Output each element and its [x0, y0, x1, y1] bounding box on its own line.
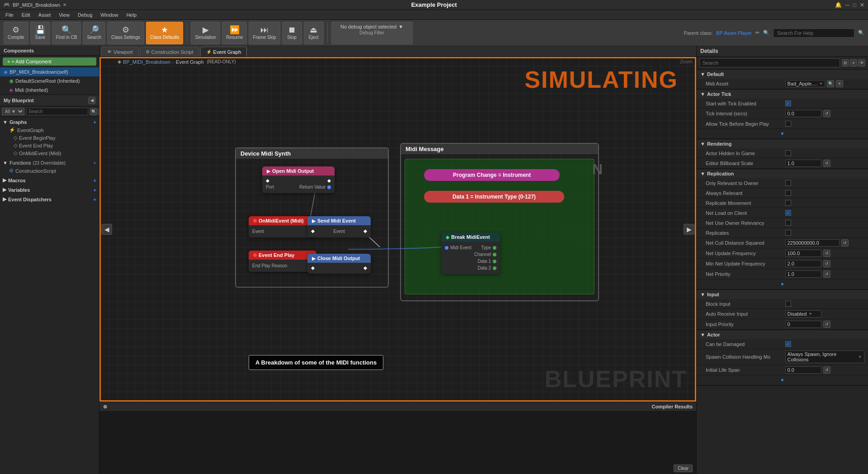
- menu-debug[interactable]: Debug: [74, 11, 96, 19]
- block-input-checkbox[interactable]: [785, 301, 791, 307]
- input-priority-reset[interactable]: ↺: [823, 321, 830, 328]
- only-relevant-checkbox[interactable]: [785, 180, 791, 186]
- actor-tick-expand-row[interactable]: ▼: [697, 129, 868, 139]
- net-update-freq-input[interactable]: [785, 250, 821, 257]
- menu-edit[interactable]: Edit: [18, 11, 34, 19]
- compiler-clear-button[interactable]: Clear: [674, 465, 693, 472]
- nav-right-arrow[interactable]: ▶: [684, 224, 694, 235]
- replication-expand-row[interactable]: ▼: [697, 280, 868, 289]
- net-priority-input[interactable]: [785, 270, 821, 278]
- initial-life-span-reset[interactable]: ↺: [823, 366, 830, 374]
- nav-left-arrow[interactable]: ◀: [101, 224, 112, 235]
- min-net-update-input[interactable]: [785, 260, 821, 267]
- on-midi-event-item[interactable]: ◇ OnMidiEvent (Midi): [0, 149, 99, 157]
- find-in-cb-button[interactable]: 🔍 Find in CB: [52, 22, 81, 44]
- allow-tick-checkbox[interactable]: [785, 121, 791, 127]
- variables-add-icon[interactable]: +: [94, 187, 96, 193]
- graphs-add-icon[interactable]: +: [94, 119, 96, 125]
- graph-area[interactable]: ◀ ▶ ◈ BP_MIDI_Breakdown › Event Graph (R…: [99, 57, 696, 402]
- net-cull-reset[interactable]: ↺: [841, 239, 849, 246]
- billboard-scale-reset[interactable]: ↺: [823, 160, 830, 167]
- details-eye-btn[interactable]: 👁: [858, 59, 865, 66]
- close-icon[interactable]: ✕: [860, 2, 864, 8]
- actor-expand-row[interactable]: ▼: [697, 375, 868, 385]
- spawn-collision-dropdown[interactable]: Always Spawn, Ignore Collisions ▼: [785, 351, 865, 363]
- initial-life-span-input[interactable]: [785, 366, 821, 374]
- bp-filter-select[interactable]: All ▼: [2, 108, 24, 115]
- save-button[interactable]: 💾 Save: [30, 22, 50, 44]
- macros-add-icon[interactable]: +: [94, 178, 96, 183]
- details-search-input[interactable]: [699, 58, 840, 67]
- macros-header[interactable]: ▶ Macros +: [0, 176, 99, 184]
- net-update-freq-reset[interactable]: ↺: [823, 250, 830, 257]
- tab-event-graph[interactable]: ⚡ Event Graph: [200, 47, 247, 57]
- rendering-header[interactable]: ▼ Rendering: [697, 139, 868, 148]
- always-relevant-checkbox[interactable]: [785, 190, 791, 196]
- title-close-icon[interactable]: ✕: [63, 2, 66, 7]
- debug-object-selector[interactable]: No debug object selected ▼: [340, 24, 403, 29]
- menu-asset[interactable]: Asset: [35, 11, 55, 19]
- parent-class-edit-icon[interactable]: ✏: [755, 30, 760, 36]
- net-priority-reset[interactable]: ↺: [823, 270, 830, 278]
- bp-search-btn[interactable]: 🔍: [90, 108, 97, 115]
- compile-button[interactable]: ⚙ Compile: [4, 22, 28, 44]
- node-event-end-play[interactable]: Event End Play End Play Reason: [249, 251, 316, 272]
- event-begin-play-item[interactable]: ◇ Event BeginPlay: [0, 134, 99, 142]
- menu-view[interactable]: View: [55, 11, 73, 19]
- stop-button[interactable]: ⏹ Stop: [282, 22, 302, 44]
- net-cull-input[interactable]: [785, 239, 840, 246]
- parent-class-search-icon[interactable]: 🔍: [763, 30, 769, 36]
- event-dispatchers-header[interactable]: ▶ Event Dispatchers +: [0, 195, 99, 203]
- net-load-checkbox[interactable]: [785, 210, 791, 216]
- bp-search-input[interactable]: [26, 108, 88, 115]
- bp-eye-btn[interactable]: 👁: [98, 108, 99, 115]
- net-use-owner-checkbox[interactable]: [785, 220, 791, 226]
- default-section-header[interactable]: ▼ Default: [697, 70, 868, 79]
- functions-add-icon[interactable]: +: [94, 160, 96, 166]
- menu-file[interactable]: File: [2, 11, 17, 19]
- debug-filter-button[interactable]: No debug object selected ▼ Debug Filter: [331, 22, 413, 44]
- dispatchers-add-icon[interactable]: +: [94, 197, 96, 202]
- variables-header[interactable]: ▶ Variables +: [0, 186, 99, 194]
- replicates-checkbox[interactable]: [785, 230, 791, 236]
- tick-interval-input[interactable]: [785, 110, 821, 117]
- add-component-button[interactable]: + + Add Component: [3, 57, 96, 66]
- actor-hidden-checkbox[interactable]: [785, 150, 791, 156]
- functions-header[interactable]: ▼ Functions (23 Overridable) +: [0, 159, 99, 167]
- frame-skip-button[interactable]: ⏭ Frame Skip: [249, 22, 280, 44]
- component-midi[interactable]: ◈ Midi (Inherited): [0, 85, 99, 95]
- replicate-movement-checkbox[interactable]: [785, 200, 791, 206]
- class-settings-button[interactable]: ⚙ Class Settings: [107, 22, 144, 44]
- node-close-midi-output[interactable]: ▶ Close Midi Output: [307, 254, 371, 274]
- can-be-damaged-checkbox[interactable]: [785, 341, 791, 347]
- help-search-icon[interactable]: 🔍: [858, 30, 864, 36]
- details-list-view-btn[interactable]: ≡: [850, 59, 857, 66]
- component-scene-root[interactable]: ◉ DefaultSceneRoot (Inherited): [0, 76, 99, 85]
- midi-asset-clear-btn[interactable]: ✕: [836, 80, 843, 87]
- class-defaults-button[interactable]: ★ Class Defaults: [146, 22, 183, 44]
- billboard-scale-input[interactable]: [785, 160, 821, 167]
- midi-asset-search-btn[interactable]: 🔍: [827, 80, 834, 87]
- parent-class-value[interactable]: BP Asset Player: [716, 30, 752, 36]
- node-open-midi-output[interactable]: ▶ Open Midi Output Port Return Value: [262, 166, 335, 193]
- min-net-update-reset[interactable]: ↺: [823, 260, 830, 267]
- event-end-play-item[interactable]: ◇ Event End Play: [0, 142, 99, 149]
- tab-construction[interactable]: ⚙ Construction Script: [140, 47, 199, 57]
- tick-interval-reset[interactable]: ↺: [823, 110, 830, 117]
- input-header[interactable]: ▼ Input: [697, 290, 868, 299]
- auto-receive-dropdown[interactable]: Disabled ▼: [785, 310, 821, 318]
- node-break-midi-event[interactable]: ◈ Break MidiEvent Midi Event Type Channe…: [441, 232, 500, 274]
- details-grid-view-btn[interactable]: ⊞: [842, 59, 849, 66]
- minimize-icon[interactable]: ─: [845, 2, 849, 8]
- bp-collapse-btn[interactable]: ◀: [88, 97, 95, 104]
- breadcrumb-bp[interactable]: BP_MIDI_Breakdown: [123, 59, 170, 65]
- menu-window[interactable]: Window: [97, 11, 122, 19]
- midi-asset-dropdown[interactable]: Bad_Apple.... ▼: [785, 80, 826, 87]
- search-button[interactable]: 🔎 Search: [83, 22, 105, 44]
- simulation-button[interactable]: ▶ Simulation: [191, 22, 220, 44]
- construction-script-item[interactable]: ⚙ ConstructionScript: [0, 167, 99, 175]
- replication-header[interactable]: ▼ Replication: [697, 169, 868, 178]
- notification-icon[interactable]: 🔔: [835, 2, 842, 8]
- node-send-midi-event[interactable]: ▶ Send Midi Event Event: [307, 216, 371, 237]
- eject-button[interactable]: ⏏ Eject: [304, 22, 324, 44]
